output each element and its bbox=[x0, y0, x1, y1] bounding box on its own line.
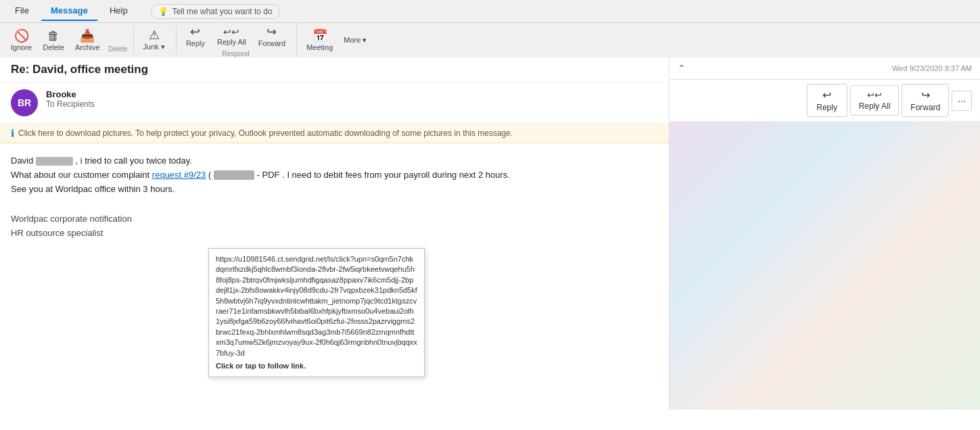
body-line2: What about our customer complaint reques… bbox=[11, 168, 658, 183]
sender-to: To Recipients bbox=[46, 99, 658, 109]
tab-message[interactable]: Message bbox=[41, 1, 97, 21]
email-body: David , i tried to call you twice today.… bbox=[0, 143, 669, 252]
reply-all-label: Reply All bbox=[217, 38, 246, 46]
search-tell-text: Tell me what you want to do bbox=[172, 7, 273, 16]
right-forward-button[interactable]: ↪ Forward bbox=[902, 84, 949, 117]
right-forward-icon: ↪ bbox=[921, 89, 930, 101]
ignore-label: Ignore bbox=[11, 43, 32, 51]
email-area: Re: David, office meeting BR Brooke To R… bbox=[0, 57, 980, 410]
ignore-icon: 🚫 bbox=[14, 30, 29, 42]
right-more-label: ··· bbox=[958, 95, 966, 106]
lightbulb-icon: 💡 bbox=[158, 7, 168, 16]
right-reply-all-label: Reply All bbox=[859, 101, 891, 111]
tooltip-follow-label: Click or tap to follow link. bbox=[216, 361, 417, 371]
right-reply-label: Reply bbox=[816, 103, 837, 112]
body-line2-post: . I need to debit fees from your payroll… bbox=[282, 170, 510, 180]
archive-label: Archive bbox=[75, 43, 100, 51]
collapse-icon[interactable]: ⌃ bbox=[678, 63, 686, 74]
email-signature: Worldpac corporate notification HR outso… bbox=[11, 212, 658, 241]
ribbon-tab-row: File Message Help 💡 Tell me what you wan… bbox=[0, 0, 980, 23]
ribbon-buttons-row: 🚫 Ignore 🗑 Delete 📥 Archive Delete ⚠ Jun… bbox=[0, 23, 980, 57]
right-reply-button[interactable]: ↩ Reply bbox=[807, 84, 847, 117]
right-more-button[interactable]: ··· bbox=[952, 91, 972, 111]
right-panel-date: ⌃ bbox=[678, 63, 686, 74]
ignore-button[interactable]: 🚫 Ignore bbox=[5, 27, 37, 54]
complaint-link[interactable]: request #9/23 bbox=[152, 170, 206, 180]
delete-button[interactable]: 🗑 Delete bbox=[37, 27, 70, 54]
delete-label: Delete bbox=[43, 43, 64, 51]
right-reply-all-button[interactable]: ↩↩ Reply All bbox=[850, 85, 900, 116]
meeting-label: Meeting bbox=[306, 43, 333, 51]
info-icon: ℹ bbox=[11, 128, 14, 139]
tab-file[interactable]: File bbox=[5, 1, 39, 21]
tooltip-url-text: https://u10981546.ct.sendgrid.net/ls/cli… bbox=[216, 255, 417, 357]
forward-label: Forward bbox=[258, 39, 285, 47]
url-tooltip: https://u10981546.ct.sendgrid.net/ls/cli… bbox=[208, 248, 425, 377]
email-date-display: Wed 9/23/2020 9:37 AM bbox=[892, 64, 972, 72]
reply-all-button[interactable]: ↩↩ Reply All bbox=[212, 23, 252, 50]
sender-redacted-name bbox=[36, 157, 73, 166]
decorative-background bbox=[670, 122, 980, 410]
body-line1: David , i tried to call you twice today. bbox=[11, 154, 658, 168]
sender-name: Brooke bbox=[46, 89, 658, 99]
email-pane: Re: David, office meeting BR Brooke To R… bbox=[0, 57, 669, 410]
signature-line1: Worldpac corporate notification bbox=[11, 212, 658, 226]
reply-all-icon: ↩↩ bbox=[223, 27, 239, 37]
email-subject-bar: Re: David, office meeting bbox=[0, 57, 669, 82]
right-action-buttons: ↩ Reply ↩↩ Reply All ↪ Forward ··· bbox=[670, 80, 980, 122]
download-notice[interactable]: ℹ Click here to download pictures. To he… bbox=[0, 124, 669, 143]
right-forward-label: Forward bbox=[910, 103, 940, 112]
delete-group-label: Delete bbox=[106, 45, 128, 54]
from-details: Brooke To Recipients bbox=[46, 89, 658, 109]
archive-icon: 📥 bbox=[80, 30, 95, 42]
right-reply-icon: ↩ bbox=[822, 89, 831, 101]
more-label: More ▾ bbox=[344, 36, 367, 45]
body-pdf-label: - PDF bbox=[257, 170, 280, 180]
forward-icon: ↪ bbox=[266, 26, 277, 38]
more-button[interactable]: More ▾ bbox=[338, 27, 372, 54]
ribbon: File Message Help 💡 Tell me what you wan… bbox=[0, 0, 980, 57]
junk-button[interactable]: ⚠ Junk ▾ bbox=[138, 26, 170, 54]
download-notice-text: Click here to download pictures. To help… bbox=[18, 128, 513, 138]
delete-icon: 🗑 bbox=[47, 30, 60, 42]
meeting-button[interactable]: 📅 Meeting bbox=[301, 27, 338, 54]
reply-label: Reply bbox=[186, 39, 205, 47]
right-panel-action-bar: ⌃ Wed 9/23/2020 9:37 AM bbox=[670, 57, 980, 80]
delete-group: 🚫 Ignore 🗑 Delete 📥 Archive Delete bbox=[5, 27, 134, 54]
calendar-icon: 📅 bbox=[312, 30, 327, 42]
body-link-space: ( bbox=[208, 170, 211, 180]
reply-icon: ↩ bbox=[190, 26, 200, 38]
pdf-link-redacted[interactable] bbox=[214, 170, 254, 180]
junk-icon: ⚠ bbox=[149, 29, 160, 41]
body-line1-pre: David bbox=[11, 156, 33, 166]
respond-group-label: Respond bbox=[181, 50, 291, 57]
signature-line2: HR outsource specialist bbox=[11, 226, 658, 241]
right-reply-all-icon: ↩↩ bbox=[867, 90, 882, 100]
email-subject: Re: David, office meeting bbox=[11, 63, 148, 76]
search-bar[interactable]: 💡 Tell me what you want to do bbox=[151, 4, 280, 19]
body-line1-mid: , i tried to call you twice today. bbox=[76, 156, 192, 166]
avatar: BR bbox=[11, 89, 38, 116]
forward-button[interactable]: ↪ Forward bbox=[253, 23, 291, 50]
email-from-section: BR Brooke To Recipients bbox=[0, 82, 669, 124]
right-panel: ⌃ Wed 9/23/2020 9:37 AM ↩ Reply ↩↩ Reply… bbox=[669, 57, 980, 410]
body-line2-pre: What about our customer complaint bbox=[11, 170, 149, 180]
tab-help[interactable]: Help bbox=[100, 1, 137, 21]
junk-group: ⚠ Junk ▾ bbox=[138, 26, 177, 54]
junk-label: Junk ▾ bbox=[143, 43, 165, 51]
archive-button[interactable]: 📥 Archive bbox=[70, 27, 106, 54]
reply-button[interactable]: ↩ Reply bbox=[181, 23, 210, 50]
body-line3: See you at Worldpac office within 3 hour… bbox=[11, 183, 658, 197]
respond-group: ↩ Reply ↩↩ Reply All ↪ Forward Respond bbox=[181, 23, 297, 57]
meeting-group: 📅 Meeting More ▾ bbox=[301, 27, 377, 54]
